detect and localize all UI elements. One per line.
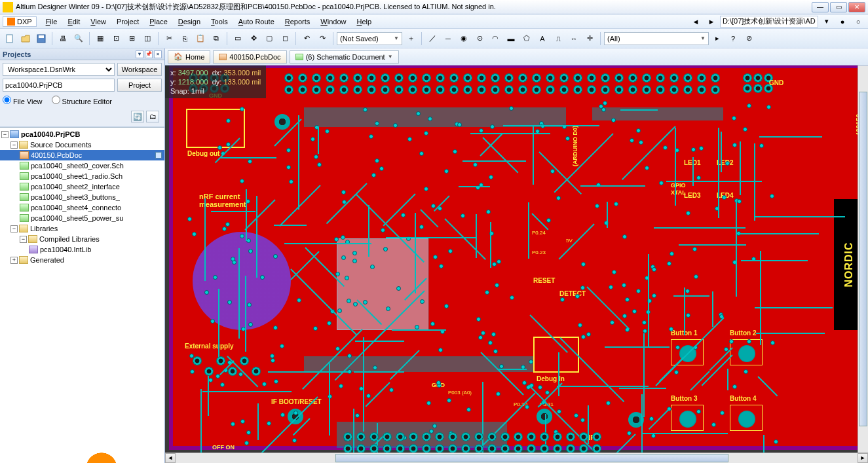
place-pad-icon[interactable]: ◉ xyxy=(457,31,471,46)
place-arc-icon[interactable]: ◠ xyxy=(488,31,502,46)
filter-clear-icon[interactable]: ⊘ xyxy=(742,31,756,46)
scrollbar-horizontal[interactable]: ◄ ► xyxy=(165,453,868,463)
nav-back-icon[interactable]: ◄ xyxy=(689,14,703,29)
silk-nrf: nRF currentmeasurement xyxy=(199,193,246,208)
scroll-right-icon[interactable]: ► xyxy=(858,453,868,463)
panel-menu-icon[interactable]: ▾ xyxy=(136,50,143,58)
new-icon[interactable] xyxy=(3,31,17,46)
place-poly-icon[interactable]: ⬠ xyxy=(519,31,534,46)
filter-help-icon[interactable]: ? xyxy=(726,31,740,46)
doc-options-icon[interactable]: ▦ xyxy=(93,31,107,46)
menu-place[interactable]: Place xyxy=(144,16,173,27)
file-view-radio[interactable]: File View xyxy=(3,96,43,105)
nav-fwd-icon[interactable]: ► xyxy=(704,14,719,29)
clear-icon[interactable]: ◻ xyxy=(278,31,292,46)
snapshot-combo[interactable]: (Not Saved)▼ xyxy=(337,32,402,45)
deselect-icon[interactable]: ▢ xyxy=(262,31,276,46)
workspace-button[interactable]: Workspace xyxy=(117,63,162,76)
menu-edit[interactable]: Edit xyxy=(62,16,85,27)
copy-icon[interactable]: ⎘ xyxy=(178,31,192,46)
place-string-icon[interactable]: A xyxy=(535,31,550,46)
tree-generated[interactable]: Generated xyxy=(30,256,64,264)
tree-doc-1[interactable]: pca10040_sheet0_cover.Sch xyxy=(31,162,124,170)
redo-icon[interactable]: ↷ xyxy=(315,31,330,46)
tree-doc-4[interactable]: pca10040_sheet3_buttons_ xyxy=(31,193,120,201)
paste-icon[interactable]: 📋 xyxy=(193,31,208,46)
panel-close-icon[interactable]: × xyxy=(154,50,162,58)
zoom-area-icon[interactable]: ⊡ xyxy=(109,31,123,46)
tab-active-doc[interactable]: 400150.PcbDoc xyxy=(213,50,286,64)
place-coord-icon[interactable]: ✛ xyxy=(582,31,597,46)
move-icon[interactable]: ✥ xyxy=(246,31,261,46)
duplicate-icon[interactable]: ⧉ xyxy=(209,31,223,46)
project-button[interactable]: Project xyxy=(117,79,162,92)
place-dimension-icon[interactable]: ↔ xyxy=(567,31,581,46)
tree-root[interactable]: pca10040.PrjPCB xyxy=(21,130,81,138)
scrollbar-vertical[interactable] xyxy=(858,65,868,453)
hole-3 xyxy=(537,409,552,424)
tab-dropdown[interactable]: (6) Schematic Document ▼ xyxy=(290,50,399,64)
menu-autoroute[interactable]: Auto Route xyxy=(233,16,280,27)
filter-combo[interactable]: (All)▼ xyxy=(604,32,709,45)
menu-reports[interactable]: Reports xyxy=(280,16,316,27)
menu-tools[interactable]: Tools xyxy=(206,16,233,27)
svg-rect-2 xyxy=(39,35,44,38)
place-fill-icon[interactable]: ▬ xyxy=(504,31,518,46)
menu-project[interactable]: Project xyxy=(111,16,144,27)
menu-help[interactable]: Help xyxy=(351,16,377,27)
scroll-left-icon[interactable]: ◄ xyxy=(165,453,176,463)
menu-window[interactable]: Window xyxy=(315,16,351,27)
place-via-icon[interactable]: ⊙ xyxy=(472,31,487,46)
tree-doc-2[interactable]: pca10040_sheet1_radio.Sch xyxy=(31,172,123,180)
tree-src-folder[interactable]: Source Documents xyxy=(30,141,92,149)
tree-doc-pcb[interactable]: 400150.PcbDoc xyxy=(31,151,82,159)
button-4 xyxy=(730,405,763,431)
workspace-select[interactable]: Workspace1.DsnWrk xyxy=(3,63,115,76)
zoom-selected-icon[interactable]: ◫ xyxy=(140,31,155,46)
tree-options-icon[interactable]: 🗂 xyxy=(146,111,159,122)
zoom-fit-icon[interactable]: ⊞ xyxy=(124,31,139,46)
save-icon[interactable] xyxy=(34,31,48,46)
filter-apply-icon[interactable]: ▸ xyxy=(710,31,725,46)
menu-view[interactable]: View xyxy=(85,16,111,27)
minimize-button[interactable]: — xyxy=(812,2,829,12)
panel-pin-icon[interactable]: 📌 xyxy=(145,50,153,58)
project-tree[interactable]: −pca10040.PrjPCB −Source Documents 40015… xyxy=(0,127,164,463)
place-track-icon[interactable]: ／ xyxy=(425,31,440,46)
dxp-button[interactable]: DXP xyxy=(3,16,37,27)
open-icon[interactable] xyxy=(18,31,33,46)
menu-design[interactable]: Design xyxy=(173,16,206,27)
silk-p003a0: P003 (A0) xyxy=(448,390,472,396)
tree-doc-3[interactable]: pca10040_sheet2_interface xyxy=(31,183,120,191)
print-icon[interactable]: 🖶 xyxy=(56,31,70,46)
place-component-icon[interactable]: ⎍ xyxy=(551,31,565,46)
maximize-button[interactable]: ▭ xyxy=(830,2,847,12)
cut-icon[interactable]: ✂ xyxy=(162,31,176,46)
tree-doc-6[interactable]: pca10040_sheet5_power_su xyxy=(31,214,123,222)
path-go-icon[interactable]: ● xyxy=(835,14,850,29)
tree-doc-5[interactable]: pca10040_sheet4_connecto xyxy=(31,204,121,212)
refresh-icon[interactable]: 🔄 xyxy=(131,111,144,122)
scroll-thumb[interactable] xyxy=(335,454,728,462)
tab-home[interactable]: 🏠 Home xyxy=(168,50,210,64)
path-input[interactable] xyxy=(720,16,818,28)
tree-libraries[interactable]: Libraries xyxy=(30,225,58,232)
path-stop-icon[interactable]: ○ xyxy=(851,14,865,29)
path-dropdown-icon[interactable]: ▾ xyxy=(820,14,834,29)
undo-icon[interactable]: ↶ xyxy=(299,31,314,46)
select-icon[interactable]: ▭ xyxy=(231,31,245,46)
structure-editor-radio[interactable]: Structure Editor xyxy=(52,96,112,105)
tree-intlib[interactable]: pca10040.IntLib xyxy=(40,246,91,253)
snapshot-add-icon[interactable]: ＋ xyxy=(404,31,418,46)
snapshot-label: (Not Saved) xyxy=(340,35,379,43)
preview-icon[interactable]: 🔍 xyxy=(71,31,86,46)
close-button[interactable]: ✕ xyxy=(848,2,865,12)
menu-file[interactable]: File xyxy=(41,16,63,27)
tree-compiled[interactable]: Compiled Libraries xyxy=(39,235,100,243)
project-input[interactable] xyxy=(3,79,115,92)
pcb-canvas[interactable]: x: 3497.000 dx: 353.000 mil y: 1218.000 … xyxy=(165,65,868,453)
place-line-icon[interactable]: ─ xyxy=(441,31,455,46)
toolbar: 🖶 🔍 ▦ ⊡ ⊞ ◫ ✂ ⎘ 📋 ⧉ ▭ ✥ ▢ ◻ ↶ ↷ (Not Sav… xyxy=(0,29,868,48)
editor-area: 🏠 Home 400150.PcbDoc (6) Schematic Docum… xyxy=(165,48,868,463)
pcb-board[interactable]: /*generated below*/ Debug out nRF curren… xyxy=(172,67,863,447)
